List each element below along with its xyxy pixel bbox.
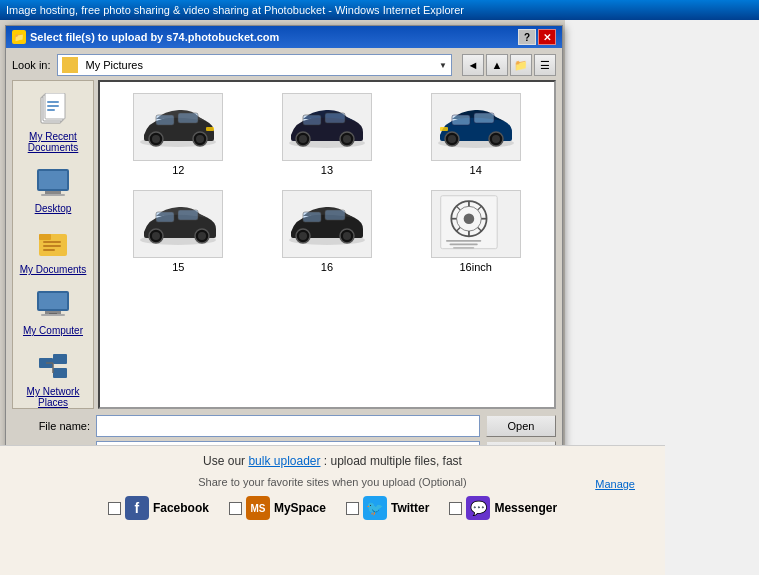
upload-info: Use our bulk uploader : upload multiple … xyxy=(20,454,645,468)
filename-label: File name: xyxy=(12,420,90,432)
dialog-title-icon: 📁 xyxy=(12,30,26,44)
sidebar-label-mydocs: My Documents xyxy=(20,264,87,275)
look-in-row: Look in: My Pictures ▼ ◄ ▲ 📁 ☰ xyxy=(12,54,556,76)
file-thumb-16 xyxy=(282,190,372,258)
svg-rect-16 xyxy=(43,245,61,247)
file-name-12: 12 xyxy=(172,164,184,176)
new-folder-button[interactable]: 📁 xyxy=(510,54,532,76)
svg-rect-77 xyxy=(446,240,481,242)
file-grid-wrapper[interactable]: 12 xyxy=(98,80,556,409)
svg-rect-19 xyxy=(39,293,67,309)
bulk-uploader-link[interactable]: bulk uploader xyxy=(248,454,320,468)
svg-rect-78 xyxy=(449,243,477,245)
svg-rect-44 xyxy=(452,115,470,125)
file-item-13[interactable]: 13 xyxy=(255,88,400,181)
messenger-checkbox[interactable] xyxy=(449,502,462,515)
svg-rect-30 xyxy=(178,113,198,123)
open-button[interactable]: Open xyxy=(486,415,556,437)
svg-rect-17 xyxy=(43,249,55,251)
filename-input[interactable] xyxy=(96,415,480,437)
sidebar-item-my-computer[interactable]: My Computer xyxy=(15,283,91,340)
sidebar-label-recent: My Recent Documents xyxy=(17,131,89,153)
browser-title: Image hosting, free photo sharing & vide… xyxy=(6,4,464,16)
file-thumb-16inch xyxy=(431,190,521,258)
svg-rect-37 xyxy=(303,115,321,125)
svg-rect-38 xyxy=(325,113,345,123)
svg-rect-25 xyxy=(53,368,67,378)
svg-point-49 xyxy=(492,135,500,143)
file-thumb-15 xyxy=(133,190,223,258)
up-button[interactable]: ▲ xyxy=(486,54,508,76)
file-dialog: 📁 Select file(s) to upload by s74.photob… xyxy=(5,25,563,470)
messenger-icon: 💬 xyxy=(466,496,490,520)
svg-rect-45 xyxy=(474,113,494,123)
file-grid: 12 xyxy=(100,82,554,284)
myspace-checkbox[interactable] xyxy=(229,502,242,515)
look-in-dropdown[interactable]: My Pictures ▼ xyxy=(57,54,452,76)
dialog-content: Look in: My Pictures ▼ ◄ ▲ 📁 ☰ xyxy=(6,48,562,469)
file-item-16[interactable]: 16 xyxy=(255,185,400,278)
svg-rect-14 xyxy=(39,234,51,240)
svg-rect-6 xyxy=(47,101,59,103)
svg-point-42 xyxy=(343,135,351,143)
share-text: Share to your favorite sites when you up… xyxy=(20,476,645,488)
look-in-label: Look in: xyxy=(12,59,51,71)
dialog-close-button[interactable]: ✕ xyxy=(538,29,556,45)
social-item-twitter[interactable]: 🐦 Twitter xyxy=(346,496,429,520)
social-row: f Facebook MS MySpace 🐦 Twitter 💬 Messen… xyxy=(20,496,645,520)
facebook-label: Facebook xyxy=(153,501,209,515)
facebook-checkbox[interactable] xyxy=(108,502,121,515)
dialog-titlebar: 📁 Select file(s) to upload by s74.photob… xyxy=(6,26,562,48)
file-name-16inch: 16inch xyxy=(459,261,491,273)
sidebar-item-my-docs[interactable]: My Documents xyxy=(15,222,91,279)
sidebar-item-recent-docs[interactable]: My Recent Documents xyxy=(15,89,91,157)
svg-rect-50 xyxy=(440,127,448,131)
dialog-help-button[interactable]: ? xyxy=(518,29,536,45)
social-item-messenger[interactable]: 💬 Messenger xyxy=(449,496,557,520)
sidebar: My Recent Documents Desktop xyxy=(12,80,94,409)
file-thumb-12 xyxy=(133,93,223,161)
file-thumb-14 xyxy=(431,93,521,161)
facebook-icon: f xyxy=(125,496,149,520)
svg-rect-21 xyxy=(41,314,65,316)
svg-rect-10 xyxy=(39,171,67,189)
file-thumb-13 xyxy=(282,93,372,161)
svg-point-32 xyxy=(152,135,160,143)
filename-row: File name: Open xyxy=(12,415,556,437)
svg-rect-35 xyxy=(206,127,214,131)
svg-point-62 xyxy=(299,232,307,240)
file-item-12[interactable]: 12 xyxy=(106,88,251,181)
svg-rect-11 xyxy=(45,191,61,194)
social-item-myspace[interactable]: MS MySpace xyxy=(229,496,326,520)
manage-link[interactable]: Manage xyxy=(595,478,635,490)
back-button[interactable]: ◄ xyxy=(462,54,484,76)
file-item-15[interactable]: 15 xyxy=(106,185,251,278)
sidebar-label-desktop: Desktop xyxy=(35,203,72,214)
svg-rect-53 xyxy=(178,210,198,220)
file-name-16: 16 xyxy=(321,261,333,273)
dialog-controls[interactable]: ? ✕ xyxy=(518,29,556,45)
sidebar-item-desktop[interactable]: Desktop xyxy=(15,161,91,218)
file-item-14[interactable]: 14 xyxy=(403,88,548,181)
svg-rect-8 xyxy=(47,109,55,111)
main-area: My Recent Documents Desktop xyxy=(12,80,556,409)
desktop-icon xyxy=(35,165,71,201)
my-documents-icon xyxy=(35,226,71,262)
file-name-14: 14 xyxy=(470,164,482,176)
social-item-facebook[interactable]: f Facebook xyxy=(108,496,209,520)
svg-rect-12 xyxy=(41,194,65,196)
messenger-label: Messenger xyxy=(494,501,557,515)
myspace-label: MySpace xyxy=(274,501,326,515)
svg-point-57 xyxy=(198,232,206,240)
file-item-16inch[interactable]: 16inch xyxy=(403,185,548,278)
recent-docs-icon xyxy=(35,93,71,129)
twitter-checkbox[interactable] xyxy=(346,502,359,515)
file-name-15: 15 xyxy=(172,261,184,273)
svg-point-34 xyxy=(196,135,204,143)
toolbar-buttons: ◄ ▲ 📁 ☰ xyxy=(462,54,556,76)
browser-titlebar: Image hosting, free photo sharing & vide… xyxy=(0,0,759,20)
views-button[interactable]: ☰ xyxy=(534,54,556,76)
sidebar-item-network-places[interactable]: My Network Places xyxy=(15,344,91,412)
svg-rect-22 xyxy=(49,313,57,314)
sidebar-label-network: My Network Places xyxy=(17,386,89,408)
